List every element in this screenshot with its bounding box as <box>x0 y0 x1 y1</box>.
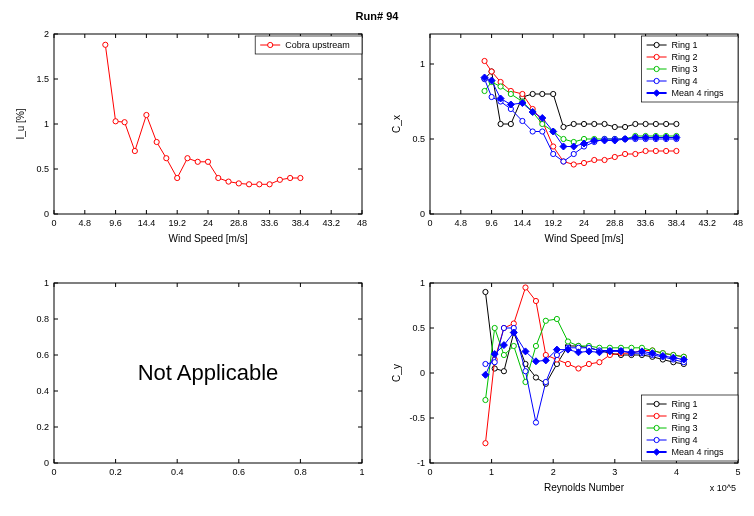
svg-point-73 <box>268 42 273 47</box>
svg-text:38.4: 38.4 <box>668 218 686 228</box>
svg-text:I_u [%]: I_u [%] <box>15 108 26 139</box>
svg-point-125 <box>530 91 535 96</box>
svg-point-186 <box>540 129 545 134</box>
svg-text:Cobra upstream: Cobra upstream <box>285 40 350 50</box>
svg-point-314 <box>523 285 528 290</box>
svg-text:0.4: 0.4 <box>171 467 184 477</box>
svg-point-331 <box>492 325 497 330</box>
svg-text:9.6: 9.6 <box>485 218 498 228</box>
svg-point-139 <box>674 121 679 126</box>
svg-point-133 <box>612 124 617 129</box>
svg-text:0.8: 0.8 <box>36 314 49 324</box>
svg-text:0: 0 <box>51 467 56 477</box>
svg-point-54 <box>132 148 137 153</box>
svg-text:0.5: 0.5 <box>412 134 425 144</box>
svg-point-51 <box>103 42 108 47</box>
svg-rect-0 <box>54 34 362 214</box>
svg-text:C_y: C_y <box>391 364 402 382</box>
svg-point-63 <box>226 179 231 184</box>
svg-text:0.5: 0.5 <box>36 164 49 174</box>
svg-text:Ring 1: Ring 1 <box>672 40 698 50</box>
svg-text:33.6: 33.6 <box>261 218 279 228</box>
svg-text:x 10^5: x 10^5 <box>710 483 736 493</box>
svg-text:43.2: 43.2 <box>698 218 716 228</box>
svg-point-208 <box>654 66 659 71</box>
chart-grid: 04.89.614.419.22428.833.638.443.24800.51… <box>10 26 744 506</box>
svg-point-129 <box>571 121 576 126</box>
svg-text:Ring 4: Ring 4 <box>672 76 698 86</box>
svg-text:2: 2 <box>551 467 556 477</box>
svg-point-153 <box>612 154 617 159</box>
svg-point-187 <box>551 151 556 156</box>
svg-point-150 <box>581 160 586 165</box>
svg-point-355 <box>533 420 538 425</box>
svg-text:28.8: 28.8 <box>606 218 624 228</box>
svg-point-149 <box>571 162 576 167</box>
svg-point-335 <box>533 343 538 348</box>
svg-text:0.2: 0.2 <box>109 467 122 477</box>
svg-point-122 <box>498 121 503 126</box>
svg-text:38.4: 38.4 <box>292 218 310 228</box>
svg-text:24: 24 <box>203 218 213 228</box>
svg-point-62 <box>216 175 221 180</box>
svg-text:19.2: 19.2 <box>168 218 186 228</box>
svg-text:1: 1 <box>420 278 425 288</box>
svg-point-55 <box>144 112 149 117</box>
svg-text:-0.5: -0.5 <box>409 413 425 423</box>
svg-text:2: 2 <box>44 29 49 39</box>
svg-text:Wind Speed [m/s]: Wind Speed [m/s] <box>545 233 624 244</box>
panel-bl: 00.20.40.60.8100.20.40.60.81Not Applicab… <box>10 275 368 506</box>
svg-point-140 <box>482 58 487 63</box>
svg-text:48: 48 <box>357 218 367 228</box>
svg-point-333 <box>511 343 516 348</box>
svg-point-372 <box>654 401 659 406</box>
svg-text:0.6: 0.6 <box>36 350 49 360</box>
svg-point-57 <box>164 156 169 161</box>
svg-point-137 <box>653 121 658 126</box>
svg-point-202 <box>654 42 659 47</box>
svg-point-319 <box>576 366 581 371</box>
svg-text:1: 1 <box>44 119 49 129</box>
svg-point-291 <box>492 366 497 371</box>
svg-text:4.8: 4.8 <box>455 218 468 228</box>
svg-point-332 <box>501 352 506 357</box>
svg-point-337 <box>554 316 559 321</box>
svg-text:24: 24 <box>579 218 589 228</box>
svg-point-141 <box>489 69 494 74</box>
svg-point-290 <box>483 289 488 294</box>
svg-point-315 <box>533 298 538 303</box>
svg-point-67 <box>267 182 272 187</box>
svg-point-168 <box>561 136 566 141</box>
svg-point-64 <box>236 181 241 186</box>
svg-text:9.6: 9.6 <box>109 218 122 228</box>
svg-point-69 <box>288 175 293 180</box>
svg-point-292 <box>501 369 506 374</box>
svg-text:0: 0 <box>44 458 49 468</box>
svg-text:0.5: 0.5 <box>412 323 425 333</box>
svg-point-156 <box>643 148 648 153</box>
svg-point-158 <box>664 148 669 153</box>
svg-text:Wind Speed [m/s]: Wind Speed [m/s] <box>169 233 248 244</box>
svg-text:4: 4 <box>674 467 679 477</box>
svg-text:1: 1 <box>489 467 494 477</box>
svg-text:19.2: 19.2 <box>544 218 562 228</box>
svg-text:0: 0 <box>420 209 425 219</box>
svg-text:Reynolds Number: Reynolds Number <box>544 482 625 493</box>
svg-text:0: 0 <box>427 218 432 228</box>
svg-point-320 <box>586 361 591 366</box>
svg-text:-1: -1 <box>417 458 425 468</box>
svg-text:Ring 1: Ring 1 <box>672 399 698 409</box>
svg-text:33.6: 33.6 <box>637 218 655 228</box>
svg-point-138 <box>664 121 669 126</box>
svg-point-375 <box>654 413 659 418</box>
svg-point-318 <box>565 361 570 366</box>
svg-text:5: 5 <box>735 467 740 477</box>
svg-text:1: 1 <box>359 467 364 477</box>
svg-point-181 <box>489 94 494 99</box>
svg-text:28.8: 28.8 <box>230 218 248 228</box>
svg-text:0.4: 0.4 <box>36 386 49 396</box>
svg-text:Ring 3: Ring 3 <box>672 64 698 74</box>
svg-point-159 <box>674 148 679 153</box>
svg-point-128 <box>561 124 566 129</box>
svg-point-160 <box>482 88 487 93</box>
